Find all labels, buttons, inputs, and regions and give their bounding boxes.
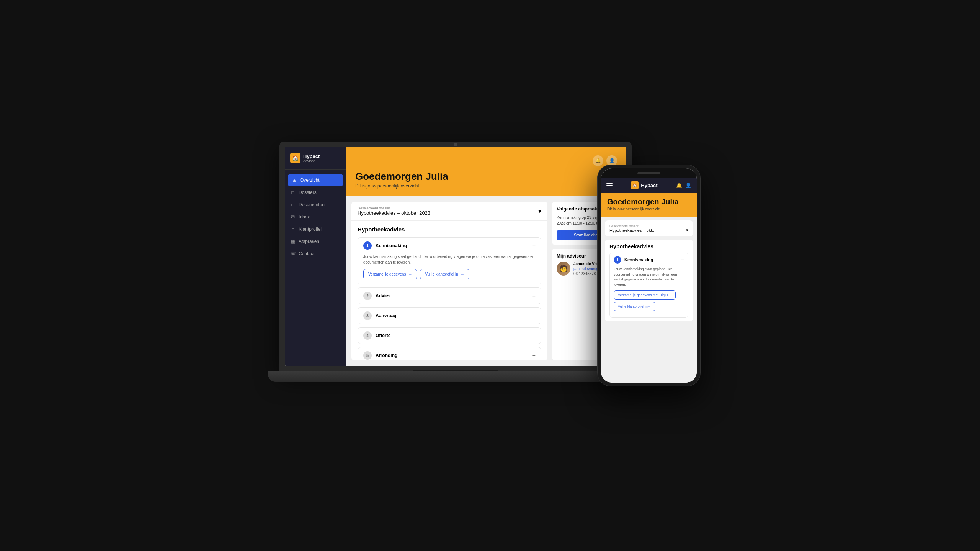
mobile-logo-icon: 🏠: [631, 181, 639, 189]
expand-icon-4: +: [532, 333, 536, 339]
dossier-selector[interactable]: Geselecteerd dossier Hypotheekadvies – o…: [351, 202, 547, 221]
sidebar-item-klantprofiel[interactable]: ○ Klantprofiel: [285, 223, 346, 235]
mobile-dossier-value: Hypotheekadvies – okt.. ▾: [609, 228, 688, 233]
laptop-camera: [454, 143, 457, 146]
klantprofiel-button[interactable]: Vul je klantprofiel in →: [420, 269, 469, 279]
step-left-5: 5 Afronding: [363, 351, 397, 360]
mobile-step-left-1: 1 Kennismaking: [614, 256, 653, 264]
mobile-step-desc-1: Jouw kennismaking staat gepland. Ter voo…: [614, 267, 684, 287]
step-item-1: 1 Kennismaking − Jouw kennismaking staat…: [358, 237, 541, 284]
phone-icon: ☏: [290, 251, 296, 256]
mobile-klantprofiel-button[interactable]: Vul je klantprofiel in →: [614, 302, 655, 311]
brand-sub: Advisor: [303, 159, 320, 163]
inbox-icon: ✉: [290, 214, 296, 220]
step-left-2: 2 Advies: [363, 292, 390, 300]
step-actions-1: Verzamel je gegevens → Vul je klantprofi…: [363, 269, 536, 279]
step-left-4: 4 Offerte: [363, 331, 390, 340]
step-header-1[interactable]: 1 Kennismaking −: [358, 238, 541, 254]
laptop: 🏠 Hypact Advisor ⊞ Overzicht □ Dossiers: [279, 142, 632, 386]
mobile-logo: 🏠 Hypact: [631, 181, 657, 189]
hypotheek-section: Hypotheekadvies 1 Kennismaking −: [351, 221, 547, 360]
step-number-4: 4: [363, 331, 372, 340]
mobile-step-name-1: Kennismaking: [624, 258, 653, 262]
sidebar-item-afspraken[interactable]: ▦ Afspraken: [285, 235, 346, 248]
mobile-notch: [601, 168, 697, 178]
content-area: Geselecteerd dossier Hypotheekadvies – o…: [346, 196, 626, 366]
header-subtitle: Dit is jouw persoonlijk overzicht: [355, 183, 617, 189]
header-yellow: 🔔 👤 Goedemorgen Julia Dit is jouw persoo…: [346, 147, 626, 196]
dossier-info: Geselecteerd dossier Hypotheekadvies – o…: [358, 206, 430, 216]
mobile-header: 🏠 Hypact 🔔 👤: [601, 178, 697, 193]
header-top: 🔔 👤: [355, 155, 617, 166]
scene: 🏠 Hypact Advisor ⊞ Overzicht □ Dossiers: [279, 142, 701, 409]
mobile-step-1: 1 Kennismaking − Jouw kennismaking staat…: [609, 253, 688, 318]
logo-icon: 🏠: [290, 153, 300, 163]
step-name-4: Offerte: [376, 333, 390, 338]
header-greeting: Goedemorgen Julia: [355, 171, 617, 183]
step-desc-1: Jouw kennismaking staat gepland. Ter voo…: [363, 254, 536, 265]
dossier-value: Hypotheekadvies – oktober 2023: [358, 210, 430, 216]
sidebar-item-label: Inbox: [299, 214, 310, 220]
expand-icon-3: +: [532, 313, 536, 319]
sidebar-item-label: Afspraken: [299, 239, 319, 244]
collapse-icon-1: −: [532, 243, 536, 249]
sidebar-item-dossiers[interactable]: □ Dossiers: [285, 186, 346, 199]
main-content: 🔔 👤 Goedemorgen Julia Dit is jouw persoo…: [346, 147, 626, 366]
folder-icon: □: [290, 190, 296, 195]
sidebar-item-label: Klantprofiel: [299, 227, 322, 232]
verzamel-button[interactable]: Verzamel je gegevens →: [363, 269, 417, 279]
step-name-2: Advies: [376, 293, 390, 298]
dossier-label: Geselecteerd dossier: [358, 206, 430, 210]
mobile-content: Geselecteerd dossier Hypotheekadvies – o…: [601, 217, 697, 383]
step-number-5: 5: [363, 351, 372, 360]
step-item-4: 4 Offerte +: [358, 327, 541, 344]
sidebar-item-overzicht[interactable]: ⊞ Overzicht: [288, 174, 343, 186]
step-body-1: Jouw kennismaking staat gepland. Ter voo…: [358, 254, 541, 284]
mobile-hypotheek-title: Hypotheekadvies: [609, 243, 688, 249]
mobile-profile-icon[interactable]: 👤: [685, 183, 691, 188]
mobile-dossier-card[interactable]: Geselecteerd dossier Hypotheekadvies – o…: [605, 220, 693, 236]
step-header-2[interactable]: 2 Advies +: [358, 288, 541, 304]
hamburger-menu[interactable]: [606, 183, 612, 187]
step-header-3[interactable]: 3 Aanvraag +: [358, 308, 541, 324]
laptop-screen: 🏠 Hypact Advisor ⊞ Overzicht □ Dossiers: [285, 147, 626, 366]
mobile-notch-bar: [637, 172, 660, 174]
left-panel: Geselecteerd dossier Hypotheekadvies – o…: [351, 202, 547, 360]
logo-text: Hypact Advisor: [303, 153, 320, 163]
step-item-2: 2 Advies +: [358, 287, 541, 304]
mobile-verzamel-label: Verzamel je gegevens met DigiD: [618, 293, 668, 297]
mobile-klantprofiel-label: Vul je klantprofiel in: [618, 305, 648, 308]
mobile-brand-name: Hypact: [641, 183, 657, 188]
home-icon: ⊞: [292, 178, 297, 183]
sidebar-item-contact[interactable]: ☏ Contact: [285, 248, 346, 260]
mobile-step-body-1: Jouw kennismaking staat gepland. Ter voo…: [610, 267, 688, 317]
mobile-screen: 🏠 Hypact 🔔 👤 Goedemorgen Julia Dit is jo…: [601, 168, 697, 383]
sidebar-item-label: Contact: [299, 251, 314, 256]
avatar: 🧑: [557, 262, 570, 276]
mobile-arrow-icon-2: →: [648, 305, 651, 308]
step-header-5[interactable]: 5 Afronding +: [358, 347, 541, 360]
mobile-icons: 🔔 👤: [676, 183, 691, 188]
user-icon: ○: [290, 227, 296, 232]
step-header-4[interactable]: 4 Offerte +: [358, 328, 541, 344]
sidebar-item-inbox[interactable]: ✉ Inbox: [285, 211, 346, 223]
mobile-subtitle: Dit is jouw persoonlijk overzicht: [607, 207, 691, 211]
sidebar-item-label: Overzicht: [300, 178, 320, 183]
sidebar: 🏠 Hypact Advisor ⊞ Overzicht □ Dossiers: [285, 147, 346, 366]
step-item-5: 5 Afronding +: [358, 347, 541, 360]
step-item-3: 3 Aanvraag +: [358, 307, 541, 324]
mobile-chevron-icon: ▾: [686, 228, 688, 233]
mobile-notification-icon[interactable]: 🔔: [676, 183, 682, 188]
mobile-verzamel-button[interactable]: Verzamel je gegevens met DigiD →: [614, 290, 676, 300]
mobile-dossier-label: Geselecteerd dossier: [609, 224, 688, 228]
step-name-1: Kennismaking: [376, 243, 407, 248]
step-number-1: 1: [363, 241, 372, 250]
mobile-step-header-1[interactable]: 1 Kennismaking −: [610, 253, 688, 267]
step-number-2: 2: [363, 292, 372, 300]
mobile-device: 🏠 Hypact 🔔 👤 Goedemorgen Julia Dit is jo…: [597, 165, 701, 386]
verzamel-label: Verzamel je gegevens: [368, 272, 406, 276]
step-name-5: Afronding: [376, 353, 397, 358]
sidebar-item-documenten[interactable]: □ Documenten: [285, 199, 346, 211]
brand-name: Hypact: [303, 153, 320, 159]
notification-button[interactable]: 🔔: [593, 155, 603, 166]
